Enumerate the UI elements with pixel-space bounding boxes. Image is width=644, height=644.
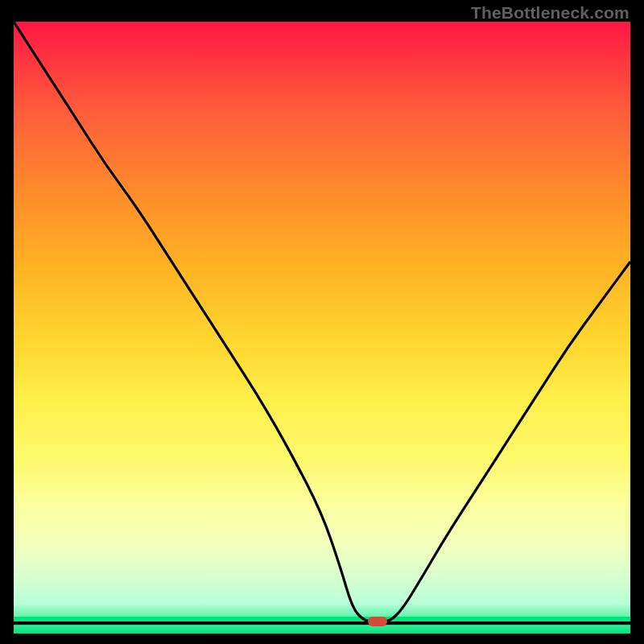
chart-frame — [14, 22, 630, 634]
bottleneck-chart — [14, 22, 630, 634]
gradient-background — [14, 22, 630, 634]
watermark-text: TheBottleneck.com — [471, 3, 630, 23]
optimal-marker — [368, 617, 388, 626]
